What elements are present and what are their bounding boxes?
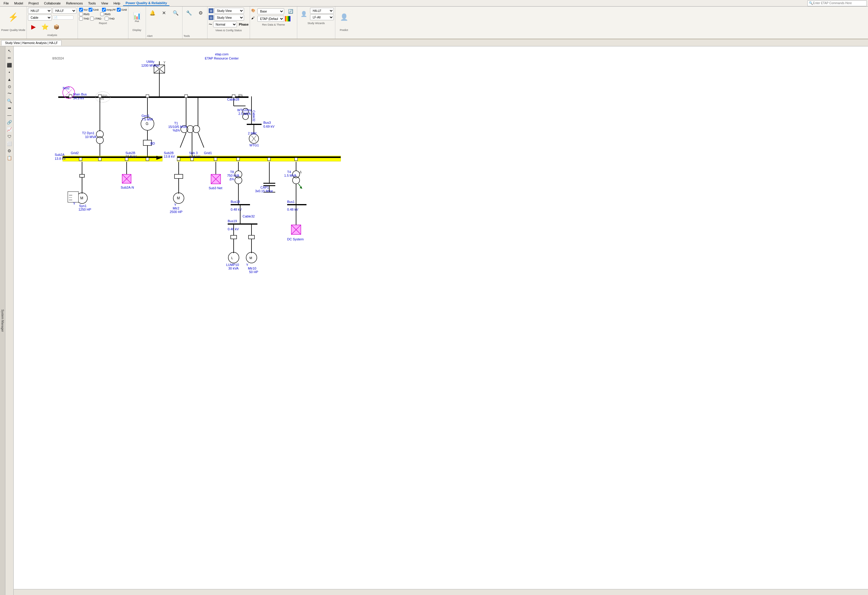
toolbar-link-btn[interactable]: 🔗 <box>6 119 13 126</box>
toolbar-cursor-btn[interactable]: ➡ <box>6 105 13 111</box>
cable32-side-label: Cable32 <box>252 110 255 122</box>
box-icon: 📦 <box>53 24 59 30</box>
toolbar-dash-btn[interactable]: — <box>6 112 13 118</box>
menu-tools[interactable]: Tools <box>86 1 98 6</box>
toolbar-select-btn[interactable]: ↖ <box>6 47 13 54</box>
predict-btn[interactable]: 👤 <box>337 8 351 27</box>
refresh-btn[interactable]: 🔄 <box>285 8 296 15</box>
toolbar-extra-btn[interactable]: 📋 <box>6 155 13 161</box>
checkbox-pv[interactable]: %V <box>79 8 88 12</box>
main-bus-conn2 <box>98 95 101 98</box>
utility-y-symbol: Y <box>164 61 165 64</box>
sys-manager-label: System Manager <box>1 309 4 332</box>
star-btn[interactable]: ⭐ <box>40 21 50 32</box>
toolbar-circuit-btn[interactable]: ⊙ <box>6 83 13 90</box>
bus18-label: Bus18 <box>231 200 240 203</box>
gen1-mw: 7.5 MW <box>142 117 153 121</box>
syn1-y-sym: Y <box>73 202 75 205</box>
toolbar-gear-btn[interactable]: ⚙ <box>6 148 13 154</box>
t2-label: T2 Dyn1 <box>82 131 94 135</box>
t8-label: T8 <box>230 170 234 174</box>
main-bus-conn3 <box>146 95 149 98</box>
menu-view[interactable]: View <box>99 1 111 6</box>
toolbar-wire-btn[interactable]: ⬛ <box>6 62 13 68</box>
t8-config: Δ% <box>229 178 234 181</box>
mtr10-label: Mtr10 <box>248 266 256 270</box>
theme-dropdown[interactable]: ETAP (Default) <box>257 16 284 22</box>
qr-pattern2: ▪ ▪ ▪ <box>69 197 72 198</box>
sub2b-right-kv: 13.8 kV <box>164 155 175 158</box>
gen1-label: Gen1 <box>142 114 149 117</box>
wtg1-label: WTG1 <box>249 144 259 147</box>
syn1-label: Syn1 <box>79 204 87 208</box>
toolbar-triangle-btn[interactable]: ▲ <box>6 76 13 83</box>
bus19-bar <box>228 223 257 225</box>
menu-references[interactable]: References <box>63 1 85 6</box>
run-analysis-btn[interactable]: ▶ <box>28 21 38 32</box>
halff-dropdown[interactable]: HA-LF <box>310 8 334 14</box>
toolbar-search-btn[interactable]: 🔍 <box>6 98 13 104</box>
breaker-sub2a-1 <box>79 158 82 161</box>
wave-icon: 〜 <box>209 22 212 27</box>
box-btn[interactable]: 📦 <box>51 21 62 32</box>
pq-mode-button[interactable]: ⚡ <box>6 8 21 27</box>
canvas-area[interactable]: etap.com ETAP Resource Center 8/9/2024 M… <box>14 46 868 595</box>
utility-mva: 1200 MVAsc <box>141 64 159 67</box>
checkbox-thd1[interactable]: THD <box>79 17 89 21</box>
menu-help[interactable]: Help <box>111 1 123 6</box>
lfall-dropdown[interactable]: LF-All <box>310 14 334 20</box>
mtr10-switch <box>248 235 254 239</box>
command-search[interactable]: 🔍 <box>807 0 867 6</box>
toolbar-chart-btn[interactable]: 📈 <box>6 126 13 133</box>
checkbox-unit2[interactable]: /Unit <box>117 8 127 12</box>
menu-project[interactable]: Project <box>26 1 41 6</box>
system-manager-sidebar[interactable]: System Manager <box>0 46 5 595</box>
toolbar-node-btn[interactable]: • <box>6 69 13 75</box>
alert-red-btn[interactable]: 🔔 <box>147 9 158 17</box>
toolbar-edit-btn[interactable]: ✏ <box>6 55 13 61</box>
study-view-dropdown-1[interactable]: Study View <box>214 8 244 14</box>
alert-zoom-btn[interactable]: 🔍 <box>170 9 181 17</box>
analysis-label: Analysis <box>28 33 77 37</box>
alert-label: Alert <box>147 34 153 37</box>
search-input[interactable] <box>813 1 865 5</box>
checkbox-trd[interactable]: √TRD <box>90 17 101 21</box>
checkbox-thd2[interactable]: THD <box>105 17 115 21</box>
menu-pqr[interactable]: Power Quality & Reliability <box>123 1 169 6</box>
analysis-dropdown-2[interactable]: HA-LF <box>53 8 77 14</box>
analysis-dropdown-1[interactable]: HA-LF <box>28 8 52 14</box>
report-btn-sm[interactable]: 📄 <box>53 15 74 20</box>
plot-btn[interactable]: 📊 Plot <box>130 8 145 27</box>
cable-dropdown[interactable]: Cable <box>28 15 52 21</box>
checkbox-rms2[interactable]: RMS <box>100 12 111 16</box>
predict-icon: 👤 <box>340 13 348 21</box>
pq-mode-label: Power Quality Mode <box>1 28 25 31</box>
main-layout: System Manager ↖ ✏ ⬛ • ▲ ⊙ 〜 🔍 ➡ — 🔗 📈 🛡… <box>0 46 868 595</box>
color-wheel-icon: 🎨 <box>251 9 257 14</box>
menu-file[interactable]: File <box>1 1 11 6</box>
run-icon: ▶ <box>31 23 36 30</box>
toolbar-square-btn[interactable]: ⬜ <box>6 141 13 147</box>
tools-btn2[interactable]: ⚙ <box>195 9 206 17</box>
alert-cross-btn[interactable]: ✕ <box>159 9 170 17</box>
toolbar-shield-btn[interactable]: 🛡 <box>6 133 13 140</box>
menu-model[interactable]: Model <box>12 1 25 6</box>
ribbon: ⚡ Power Quality Mode HA-LF HA-LF Cable 📄 <box>0 7 868 39</box>
breaker-sub3-6 <box>295 158 298 161</box>
lump10-label: LUMP10 <box>226 263 239 266</box>
toolbar-wave-btn[interactable]: 〜 <box>6 90 13 97</box>
t8-kva: 750 kVA <box>227 174 239 177</box>
study-view-dropdown-2[interactable]: Study View <box>214 15 244 21</box>
normal-dropdown[interactable]: Normal <box>213 21 237 27</box>
tools-btn1[interactable]: 🔧 <box>184 9 195 17</box>
main-tab[interactable]: Study View | Harmonic Analysis | HA-LF <box>1 40 62 46</box>
tab-label: Study View | Harmonic Analysis | HA-LF <box>5 41 58 44</box>
checkbox-unit1[interactable]: /Unit <box>89 8 99 12</box>
checkbox-amppf[interactable]: Amp,PF <box>102 8 116 12</box>
wizard-avatar-btn[interactable]: 👤 <box>298 9 309 18</box>
t1-config: %Δ% <box>173 129 180 132</box>
base-dropdown[interactable]: Base <box>257 8 284 14</box>
views-icon: ⊞ <box>209 8 213 13</box>
menu-collaborate[interactable]: Collaborate <box>41 1 63 6</box>
checkbox-rms1[interactable]: RMS <box>79 12 90 16</box>
